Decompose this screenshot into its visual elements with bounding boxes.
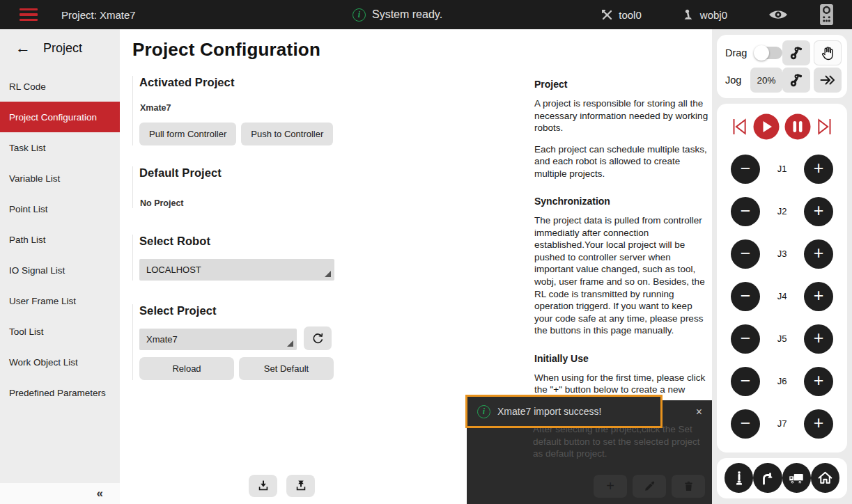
pose-upright-button[interactable] xyxy=(725,463,753,493)
monitor-toggle[interactable] xyxy=(768,8,789,22)
step-back-button[interactable] xyxy=(729,116,749,137)
add-project-button[interactable]: + xyxy=(594,475,627,498)
joint-row-j1: − J1 + xyxy=(721,148,843,190)
pause-icon xyxy=(784,113,812,141)
robot-arm-icon xyxy=(788,72,805,88)
pose-transport-button[interactable] xyxy=(782,463,811,493)
joint-label: J6 xyxy=(777,376,787,386)
joint-row-j7: − J7 + xyxy=(721,402,843,445)
push-to-controller-button[interactable]: Push to Controller xyxy=(241,123,333,145)
project-dropdown-value: Xmate7 xyxy=(146,334,178,345)
pull-from-controller-button[interactable]: Pull form Controller xyxy=(139,123,236,145)
pendant-toggle[interactable] xyxy=(819,3,834,26)
pose-home-button[interactable] xyxy=(811,463,839,493)
status-text: System ready. xyxy=(372,8,442,21)
drag-robot-mode-button[interactable] xyxy=(782,40,810,65)
select-project-heading: Select Project xyxy=(139,304,533,317)
joint-label: J1 xyxy=(777,164,787,174)
sidebar-item-task-list[interactable]: Task List xyxy=(0,132,120,163)
j3-minus-button[interactable]: − xyxy=(731,239,760,269)
upright-pose-icon xyxy=(731,470,748,487)
sidebar: ← Project RL Code Project Configuration … xyxy=(0,29,120,504)
close-icon[interactable]: × xyxy=(696,406,702,418)
set-default-button[interactable]: Set Default xyxy=(239,357,334,380)
play-button[interactable] xyxy=(752,113,780,141)
export-project-button[interactable] xyxy=(286,475,315,497)
toast-message: Xmate7 import success! xyxy=(497,406,601,417)
j2-minus-button[interactable]: − xyxy=(731,197,760,226)
info-icon: i xyxy=(477,405,490,418)
jog-panel: Drag xyxy=(712,29,852,504)
menu-icon[interactable] xyxy=(20,8,38,22)
drag-toggle[interactable] xyxy=(754,47,782,59)
j6-plus-button[interactable]: + xyxy=(804,367,833,396)
select-robot-heading: Select Robot xyxy=(139,235,533,248)
edit-project-button[interactable] xyxy=(633,475,666,498)
j4-plus-button[interactable]: + xyxy=(804,282,833,311)
jog-step-button[interactable]: 20% xyxy=(750,68,782,93)
upload-icon xyxy=(294,479,308,493)
joint-label: J4 xyxy=(777,291,787,301)
sidebar-item-user-frame-list[interactable]: User Frame List xyxy=(0,285,120,316)
activated-project-heading: Activated Project xyxy=(139,76,533,89)
j4-minus-button[interactable]: − xyxy=(731,282,760,311)
refresh-projects-button[interactable] xyxy=(304,326,332,350)
robot-dropdown[interactable]: LOCALHOST xyxy=(139,259,334,281)
sidebar-item-predefined-parameters[interactable]: Predefined Parameters xyxy=(0,377,120,408)
skip-back-icon xyxy=(729,116,749,137)
j7-plus-button[interactable]: + xyxy=(804,409,833,439)
default-project-section: Default Project No Project xyxy=(132,166,533,208)
pause-button[interactable] xyxy=(784,113,812,141)
j3-plus-button[interactable]: + xyxy=(804,239,833,269)
j6-minus-button[interactable]: − xyxy=(731,367,760,396)
wobj-label: wobj0 xyxy=(700,9,727,21)
double-arrow-icon xyxy=(819,72,836,88)
sidebar-item-path-list[interactable]: Path List xyxy=(0,224,120,255)
top-bar: Project: Xmate7 i System ready. tool0 wo… xyxy=(0,0,852,29)
jog-robot-mode-button[interactable] xyxy=(782,68,810,93)
help-paragraph: Each project can schedule multiple tasks… xyxy=(534,143,712,180)
help-project-heading: Project xyxy=(534,79,712,90)
joint-row-j5: − J5 + xyxy=(721,317,843,360)
sidebar-item-project-configuration[interactable]: Project Configuration xyxy=(0,102,120,132)
j2-plus-button[interactable]: + xyxy=(804,197,833,226)
sidebar-item-work-object-list[interactable]: Work Object List xyxy=(0,347,120,377)
default-project-value: No Project xyxy=(140,198,533,208)
reload-button[interactable]: Reload xyxy=(139,357,234,380)
help-initially-heading: Initially Use xyxy=(534,353,712,364)
help-paragraph: The project data is pulled from controll… xyxy=(534,214,712,336)
pose-bent-button[interactable] xyxy=(753,463,782,493)
collapse-sidebar-icon[interactable]: « xyxy=(97,487,103,501)
joint-row-j4: − J4 + xyxy=(721,275,843,317)
hand-guide-button[interactable] xyxy=(814,40,842,65)
step-forward-button[interactable] xyxy=(815,116,835,137)
tool-selector[interactable]: tool0 xyxy=(601,8,642,22)
delete-project-button[interactable] xyxy=(672,475,705,498)
sidebar-item-tool-list[interactable]: Tool List xyxy=(0,316,120,347)
project-dropdown[interactable]: Xmate7 xyxy=(139,329,297,350)
back-arrow-icon[interactable]: ← xyxy=(15,40,31,56)
j7-minus-button[interactable]: − xyxy=(731,409,760,439)
wobj-selector[interactable]: wobj0 xyxy=(682,8,727,22)
j1-minus-button[interactable]: − xyxy=(731,155,760,184)
sidebar-item-point-list[interactable]: Point List xyxy=(0,194,120,224)
import-project-button[interactable] xyxy=(249,475,277,497)
sidebar-item-variable-list[interactable]: Variable List xyxy=(0,163,120,194)
j5-minus-button[interactable]: − xyxy=(731,324,760,354)
help-sync-heading: Synchronization xyxy=(534,196,712,207)
home-icon xyxy=(816,469,834,487)
jog-continuous-button[interactable] xyxy=(814,68,842,93)
select-project-section: Select Project Xmate7 Rel xyxy=(132,304,533,380)
pendant-icon xyxy=(819,3,834,26)
drag-label: Drag xyxy=(725,47,750,58)
joystick-icon xyxy=(682,8,695,22)
j5-plus-button[interactable]: + xyxy=(804,324,833,354)
j1-plus-button[interactable]: + xyxy=(804,155,833,184)
joint-label: J7 xyxy=(777,418,787,429)
overlay-help-text: After selecting the project,click the Se… xyxy=(533,423,707,460)
sidebar-item-io-signal-list[interactable]: IO Signal List xyxy=(0,255,120,285)
activated-project-section: Activated Project Xmate7 Pull form Contr… xyxy=(132,76,533,145)
info-icon: i xyxy=(353,8,366,22)
page-title: Project Configuration xyxy=(132,39,712,61)
sidebar-item-rl-code[interactable]: RL Code xyxy=(0,71,120,102)
